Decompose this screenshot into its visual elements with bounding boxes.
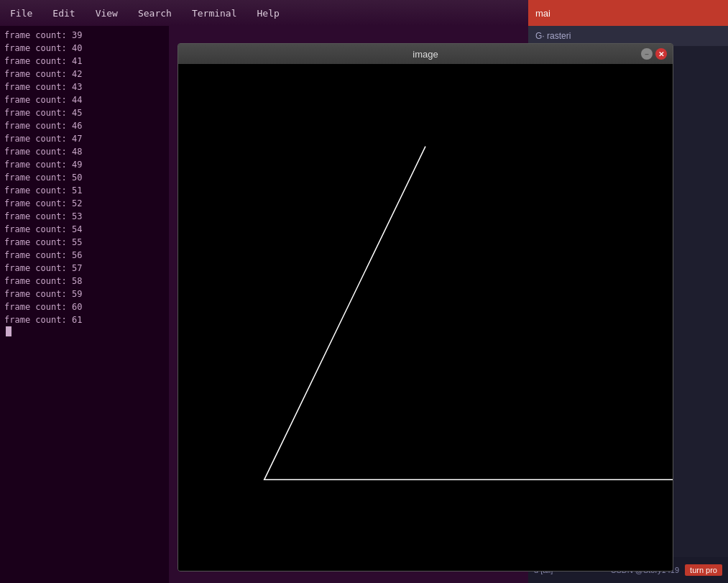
terminal-line: frame count: 40 bbox=[4, 42, 165, 55]
terminal-line: frame count: 60 bbox=[4, 300, 165, 313]
terminal-line: frame count: 42 bbox=[4, 68, 165, 81]
image-titlebar: image – ✕ bbox=[178, 44, 673, 64]
menu-help[interactable]: Help bbox=[253, 5, 284, 22]
terminal-line: frame count: 51 bbox=[4, 184, 165, 197]
terminal-line: frame count: 50 bbox=[4, 171, 165, 184]
terminal-line: frame count: 45 bbox=[4, 106, 165, 119]
terminal-cursor bbox=[6, 326, 11, 336]
close-button[interactable]: ✕ bbox=[655, 48, 667, 60]
terminal-line: frame count: 53 bbox=[4, 210, 165, 223]
terminal-line: frame count: 61 bbox=[4, 313, 165, 326]
terminal-panel: frame count: 39 frame count: 40 frame co… bbox=[0, 26, 169, 583]
terminal-line: frame count: 58 bbox=[4, 275, 165, 288]
terminal-line: frame count: 39 bbox=[4, 29, 165, 42]
image-title: image bbox=[413, 49, 438, 60]
triangle-svg bbox=[178, 64, 673, 571]
menubar: File Edit View Search Terminal Help bbox=[0, 0, 528, 26]
tab-label: G· rasteri bbox=[535, 31, 571, 41]
terminal-line: frame count: 41 bbox=[4, 55, 165, 68]
titlebar-buttons: – ✕ bbox=[641, 48, 667, 60]
terminal-line: frame count: 57 bbox=[4, 262, 165, 275]
terminal-cursor-line bbox=[4, 326, 165, 336]
terminal-line: frame count: 54 bbox=[4, 223, 165, 236]
terminal-line: frame count: 49 bbox=[4, 158, 165, 171]
right-panel-title: mai bbox=[535, 8, 550, 19]
terminal-line: frame count: 47 bbox=[4, 132, 165, 145]
terminal-line: frame count: 46 bbox=[4, 119, 165, 132]
triangle-shape bbox=[264, 147, 673, 480]
right-panel-header: mai bbox=[528, 0, 728, 26]
terminal-line: frame count: 44 bbox=[4, 93, 165, 106]
terminal-line: frame count: 56 bbox=[4, 249, 165, 262]
menu-edit[interactable]: Edit bbox=[48, 5, 79, 22]
menu-view[interactable]: View bbox=[91, 5, 122, 22]
menu-terminal[interactable]: Terminal bbox=[188, 5, 241, 22]
terminal-line: frame count: 59 bbox=[4, 288, 165, 300]
image-canvas bbox=[178, 64, 673, 571]
terminal-line: frame count: 48 bbox=[4, 145, 165, 158]
terminal-line: frame count: 55 bbox=[4, 236, 165, 249]
minimize-button[interactable]: – bbox=[641, 48, 653, 60]
turn-pro-button[interactable]: turn pro bbox=[685, 564, 722, 576]
image-window: image – ✕ bbox=[178, 43, 673, 571]
terminal-line: frame count: 43 bbox=[4, 81, 165, 93]
terminal-line: frame count: 52 bbox=[4, 197, 165, 210]
menu-file[interactable]: File bbox=[6, 5, 37, 22]
menu-search[interactable]: Search bbox=[134, 5, 176, 22]
